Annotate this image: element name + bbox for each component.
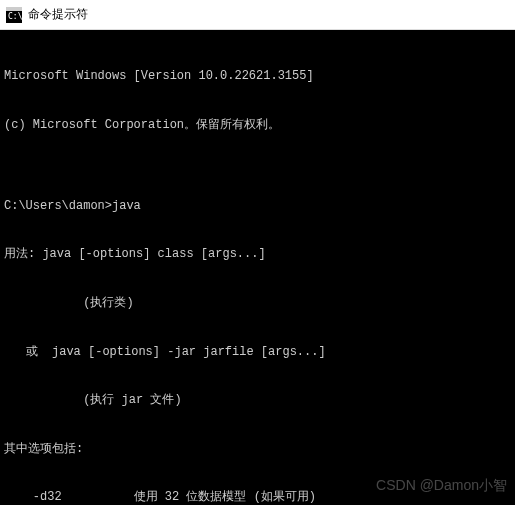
terminal-line: -d32 使用 32 位数据模型 (如果可用) [4, 489, 511, 505]
cmd-icon: C:\ [6, 7, 22, 23]
terminal-line: (执行类) [4, 295, 511, 311]
window-titlebar[interactable]: C:\ 命令提示符 [0, 0, 515, 30]
window-title: 命令提示符 [28, 6, 88, 23]
terminal-line: (c) Microsoft Corporation。保留所有权利。 [4, 117, 511, 133]
terminal-line: 或 java [-options] -jar jarfile [args...] [4, 344, 511, 360]
terminal-line: 其中选项包括: [4, 441, 511, 457]
terminal-output[interactable]: Microsoft Windows [Version 10.0.22621.31… [0, 30, 515, 505]
terminal-line: Microsoft Windows [Version 10.0.22621.31… [4, 68, 511, 84]
svg-rect-1 [6, 7, 22, 11]
terminal-line: (执行 jar 文件) [4, 392, 511, 408]
terminal-line: C:\Users\damon>java [4, 198, 511, 214]
terminal-line: 用法: java [-options] class [args...] [4, 246, 511, 262]
svg-text:C:\: C:\ [8, 12, 22, 21]
